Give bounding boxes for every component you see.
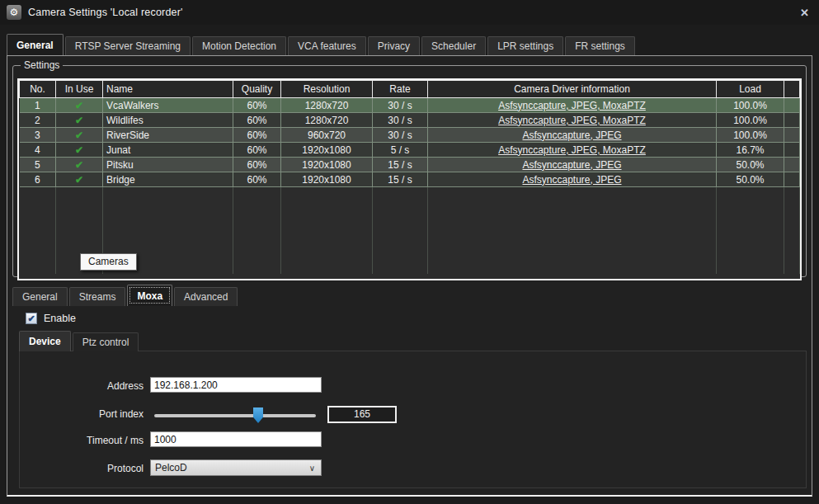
address-label: Address (28, 380, 144, 392)
cell-name: Pitsku (103, 158, 233, 172)
cell-quality: 60% (233, 143, 281, 158)
enable-checkbox[interactable]: ✔ (26, 313, 37, 324)
camera-table: No. In Use Name Quality Resolution Rate … (17, 78, 802, 280)
driver-link[interactable]: Asfsynccapture, JPEG (522, 130, 621, 141)
tab-fr-settings[interactable]: FR settings (565, 36, 635, 55)
cell-resolution: 1920x1080 (281, 143, 373, 158)
tab-device[interactable]: Device (19, 331, 71, 351)
driver-link[interactable]: Asfsynccapture, JPEG (522, 159, 621, 171)
cell-rate: 15 / s (373, 158, 428, 172)
camera-row-4[interactable]: 4 ✔ Junat 60% 1920x1080 5 / s Asfsynccap… (20, 143, 800, 158)
driver-link[interactable]: Asfsynccapture, JPEG, MoxaPTZ (498, 115, 646, 126)
tab-general[interactable]: General (7, 34, 64, 55)
cell-quality: 60% (233, 113, 281, 128)
port-index-value[interactable]: 165 (327, 406, 397, 423)
cell-quality: 60% (233, 98, 281, 113)
general-tab-page: Settings No. In Use Name Quality Resolut… (7, 55, 812, 497)
tab-camera-general[interactable]: General (12, 287, 68, 306)
slider-thumb[interactable] (253, 407, 263, 423)
camera-row-3[interactable]: 3 ✔ RiverSide 60% 960x720 30 / s Asfsync… (20, 128, 800, 143)
camera-row-2[interactable]: 2 ✔ Wildlifes 60% 1280x720 30 / s Asfsyn… (20, 113, 800, 128)
cell-name: VcaWalkers (103, 98, 233, 113)
cell-resolution: 1280x720 (281, 98, 373, 113)
tab-lpr-settings[interactable]: LPR settings (487, 36, 563, 55)
cell-rate: 15 / s (373, 172, 428, 187)
cell-name: Wildlifes (103, 113, 233, 128)
tab-vca-features[interactable]: VCA features (288, 36, 366, 55)
cell-rate: 5 / s (373, 143, 428, 158)
enable-label: Enable (44, 313, 76, 324)
chevron-down-icon: ∨ (309, 464, 315, 473)
tab-advanced[interactable]: Advanced (174, 287, 238, 306)
check-icon: ✔ (56, 172, 103, 187)
cell-load: 50.0% (717, 158, 784, 172)
tab-streams[interactable]: Streams (69, 287, 126, 306)
column-header-resolution[interactable]: Resolution (281, 81, 373, 98)
cell-empty (784, 113, 800, 128)
protocol-selected-value: PelcoD (155, 462, 187, 473)
check-icon: ✔ (56, 98, 103, 113)
column-header-no[interactable]: No. (20, 81, 56, 98)
cell-empty (784, 143, 800, 158)
protocol-label: Protocol (28, 463, 144, 474)
slider-track[interactable] (154, 414, 316, 417)
settings-group-label: Settings (21, 59, 63, 71)
check-icon: ✔ (56, 113, 103, 128)
tab-scheduler[interactable]: Scheduler (421, 36, 486, 55)
cell-name: Junat (103, 143, 233, 158)
cell-load: 100.0% (717, 128, 784, 143)
close-icon[interactable]: ✕ (800, 7, 809, 19)
protocol-select[interactable]: PelcoD ∨ (150, 459, 322, 476)
check-icon: ✔ (56, 158, 103, 172)
driver-link[interactable]: Asfsynccapture, JPEG, MoxaPTZ (498, 144, 646, 156)
timeout-label: Timeout / ms (28, 435, 144, 446)
cell-quality: 60% (233, 172, 281, 187)
enable-row: ✔ Enable (26, 313, 76, 324)
cell-no: 5 (20, 158, 56, 172)
cell-resolution: 1280x720 (281, 113, 373, 128)
cell-rate: 30 / s (373, 113, 428, 128)
camera-settings-window: ⚙ Camera Settings 'Local recorder' ✕ Gen… (0, 0, 819, 504)
cell-name: RiverSide (103, 128, 233, 143)
table-header-row: No. In Use Name Quality Resolution Rate … (20, 81, 800, 98)
cell-no: 4 (20, 143, 56, 158)
column-header-driver[interactable]: Camera Driver information (428, 81, 717, 98)
cell-empty (784, 128, 800, 143)
cell-load: 16.7% (717, 143, 784, 158)
tab-ptz-control[interactable]: Ptz control (73, 332, 139, 351)
address-field[interactable] (150, 377, 322, 393)
camera-row-5[interactable]: 5 ✔ Pitsku 60% 1920x1080 15 / s Asfsyncc… (20, 158, 800, 172)
cell-no: 6 (20, 172, 56, 187)
title-bar: ⚙ Camera Settings 'Local recorder' ✕ (0, 0, 819, 25)
driver-link[interactable]: Asfsynccapture, JPEG, MoxaPTZ (498, 100, 646, 111)
cameras-tooltip: Cameras (80, 253, 137, 271)
column-header-quality[interactable]: Quality (233, 81, 281, 98)
camera-row-6[interactable]: 6 ✔ Bridge 60% 1920x1080 15 / s Asfsyncc… (20, 172, 800, 187)
column-header-name[interactable]: Name (103, 81, 233, 98)
port-index-slider[interactable] (154, 407, 316, 424)
column-header-load[interactable]: Load (717, 81, 784, 98)
cell-no: 3 (20, 128, 56, 143)
main-tab-bar: General RTSP Server Streaming Motion Det… (7, 34, 637, 55)
column-header-empty (784, 81, 800, 98)
timeout-field[interactable] (150, 431, 322, 447)
cell-resolution: 1920x1080 (281, 158, 373, 172)
settings-group: Settings No. In Use Name Quality Resolut… (12, 59, 807, 277)
cell-empty (784, 158, 800, 172)
column-header-in-use[interactable]: In Use (56, 81, 103, 98)
cell-no: 2 (20, 113, 56, 128)
column-header-rate[interactable]: Rate (373, 81, 428, 98)
cell-load: 50.0% (717, 172, 784, 187)
check-icon: ✔ (56, 128, 103, 143)
cell-resolution: 1920x1080 (281, 172, 373, 187)
tab-motion-detection[interactable]: Motion Detection (192, 36, 286, 55)
tab-moxa[interactable]: Moxa (127, 285, 172, 306)
cell-resolution: 960x720 (281, 128, 373, 143)
cell-no: 1 (20, 98, 56, 113)
tab-privacy[interactable]: Privacy (368, 36, 420, 55)
camera-row-1[interactable]: 1 ✔ VcaWalkers 60% 1280x720 30 / s Asfsy… (20, 98, 800, 113)
tab-rtsp-server-streaming[interactable]: RTSP Server Streaming (65, 36, 191, 55)
driver-link[interactable]: Asfsynccapture, JPEG (522, 174, 621, 186)
cell-empty (784, 98, 800, 113)
cell-load: 100.0% (717, 98, 784, 113)
